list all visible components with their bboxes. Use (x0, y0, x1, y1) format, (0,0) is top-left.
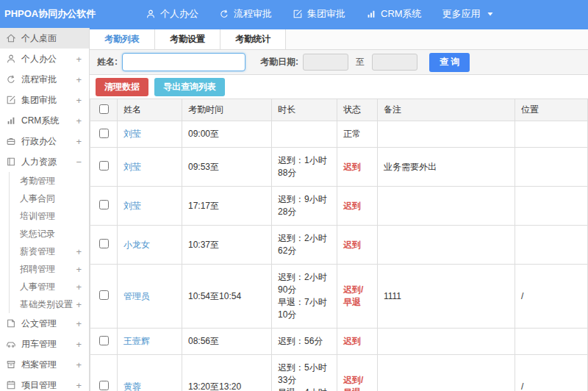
expand-toggle[interactable]: + (76, 339, 82, 350)
attendance-time: 13:20至13:20 (182, 355, 272, 391)
duration-text: 迟到：2小时90分 早退：7小时10分 (272, 265, 337, 329)
row-checkbox[interactable] (99, 129, 109, 138)
expand-toggle[interactable]: + (76, 246, 82, 257)
attendance-time: 08:56至 (182, 329, 272, 355)
duration-text (272, 121, 337, 148)
sidebar-subitem-考勤管理[interactable]: 考勤管理 (9, 172, 89, 190)
employee-name-link[interactable]: 小龙女 (123, 240, 150, 250)
sidebar-item-集团审批[interactable]: 集团审批 + (0, 90, 89, 110)
row-checkbox[interactable] (99, 290, 109, 300)
nav-item-集团审批[interactable]: 集团审批 (282, 0, 356, 28)
row-checkbox[interactable] (99, 381, 109, 390)
note-text (378, 329, 515, 355)
expand-toggle[interactable]: + (76, 115, 82, 126)
date-from-input[interactable] (303, 54, 348, 71)
expand-toggle[interactable]: + (76, 299, 82, 310)
employee-name-link[interactable]: 刘莹 (123, 162, 141, 172)
employee-name-link[interactable]: 王壹辉 (123, 336, 150, 346)
employee-name-link[interactable]: 刘莹 (123, 201, 141, 211)
sidebar-subitem-基础类别设置[interactable]: 基础类别设置 + (9, 295, 89, 313)
expand-toggle[interactable]: + (76, 264, 82, 275)
table-row: 刘莹 17:17至 迟到：9小时28分 迟到 (90, 187, 588, 226)
row-checkbox[interactable] (99, 161, 109, 171)
sidebar-item-个人办公[interactable]: 个人办公 + (0, 49, 89, 69)
expand-toggle[interactable]: + (76, 380, 82, 391)
sidebar-item-档案管理[interactable]: 档案管理 + (0, 354, 89, 375)
nav-item-流程审批[interactable]: 流程审批 (209, 0, 282, 28)
sidebar-item-个人桌面[interactable]: 个人桌面 (0, 28, 89, 49)
sidebar-item-用车管理[interactable]: 用车管理 + (0, 334, 89, 354)
note-text (378, 355, 515, 391)
sidebar-item-公文管理[interactable]: 公文管理 + (0, 313, 89, 334)
employee-name-link[interactable]: 管理员 (123, 291, 150, 301)
expand-toggle[interactable]: + (76, 74, 82, 85)
expand-toggle[interactable]: + (76, 359, 82, 370)
sidebar: 个人桌面 个人办公 + 流程审批 + 集团审批 + CRM系统 + 行政办公 +… (0, 28, 90, 391)
expand-toggle[interactable]: + (76, 318, 82, 329)
filter-bar: 姓名: 考勤日期: 至 查 询 (90, 50, 588, 75)
book-icon (6, 157, 16, 167)
column-header: 考勤时间 (182, 99, 272, 121)
user-icon (6, 54, 16, 64)
user-icon (146, 9, 156, 19)
row-checkbox[interactable] (99, 200, 109, 209)
clean-data-button[interactable]: 清理数据 (96, 78, 148, 96)
location-text: / (515, 355, 588, 391)
sidebar-subitem-薪资管理[interactable]: 薪资管理 + (9, 243, 89, 260)
column-header: 位置 (515, 99, 588, 121)
location-text (515, 148, 588, 187)
action-bar: 清理数据 导出查询列表 (90, 75, 588, 98)
employee-name-link[interactable]: 刘莹 (123, 129, 141, 139)
note-text: 业务需要外出 (378, 148, 515, 187)
sidebar-subitem-人事合同[interactable]: 人事合同 (9, 190, 89, 207)
nav-item-个人办公[interactable]: 个人办公 (135, 0, 209, 28)
sidebar-subitem-招聘管理[interactable]: 招聘管理 + (9, 260, 89, 278)
app-logo: PHPOA协同办公软件 (0, 7, 94, 21)
sidebar-subitem-培训管理[interactable]: 培训管理 (9, 207, 89, 225)
chart-icon (366, 9, 376, 19)
nav-item-更多应用[interactable]: 更多应用 (432, 0, 506, 28)
expand-toggle[interactable]: + (76, 136, 82, 147)
date-to-input[interactable] (372, 54, 417, 71)
expand-toggle[interactable]: − (76, 157, 82, 168)
export-list-button[interactable]: 导出查询列表 (154, 78, 225, 96)
chart-icon (6, 115, 16, 126)
sidebar-subitem-奖惩记录[interactable]: 奖惩记录 (9, 225, 89, 243)
search-button[interactable]: 查 询 (429, 53, 470, 72)
table-row: 刘莹 09:00至 正常 (90, 121, 588, 148)
location-text (515, 187, 588, 226)
tab-考勤设置[interactable]: 考勤设置 (155, 29, 220, 49)
sidebar-item-行政办公[interactable]: 行政办公 + (0, 131, 89, 151)
employee-name-link[interactable]: 黄蓉 (123, 381, 141, 391)
expand-toggle[interactable]: + (76, 281, 82, 293)
tab-考勤列表[interactable]: 考勤列表 (90, 29, 155, 49)
attendance-time: 09:53至 (182, 148, 272, 187)
sidebar-item-人力资源[interactable]: 人力资源 − (0, 151, 89, 172)
sidebar-item-项目管理[interactable]: 项目管理 + (0, 375, 89, 391)
archive-icon (6, 359, 16, 370)
sidebar-item-流程审批[interactable]: 流程审批 + (0, 69, 89, 90)
location-text: / (515, 265, 588, 329)
row-checkbox[interactable] (99, 239, 109, 248)
nav-item-CRM系统[interactable]: CRM系统 (356, 0, 432, 28)
status-badge: 迟到 (343, 240, 361, 250)
status-badge: 迟到 (343, 162, 361, 172)
briefcase-icon (6, 136, 16, 146)
sidebar-subitem-人事管理[interactable]: 人事管理 + (9, 278, 89, 295)
sidebar-item-CRM系统[interactable]: CRM系统 + (0, 110, 89, 131)
attendance-time: 10:54至10:54 (182, 265, 272, 329)
tab-考勤统计[interactable]: 考勤统计 (220, 29, 286, 49)
expand-toggle[interactable]: + (76, 54, 82, 65)
column-header: 状态 (337, 99, 378, 121)
tab-bar: 考勤列表 考勤设置 考勤统计 (90, 29, 588, 50)
top-navigation: 个人办公 流程审批 集团审批 CRM系统 更多应用 (135, 0, 506, 28)
home-icon (6, 33, 16, 43)
flow-icon (219, 9, 229, 19)
table-row: 刘莹 09:53至 迟到：1小时88分 迟到 业务需要外出 (90, 148, 588, 187)
expand-toggle[interactable]: + (76, 95, 82, 106)
name-filter-input[interactable] (122, 53, 245, 71)
row-checkbox[interactable] (99, 336, 109, 345)
attendance-table: 姓名 考勤时间 时长 状态 备注 位置 刘莹 09:00至 正常 刘莹 09:5… (90, 98, 588, 391)
note-text (378, 187, 515, 226)
select-all-checkbox[interactable] (99, 104, 109, 114)
